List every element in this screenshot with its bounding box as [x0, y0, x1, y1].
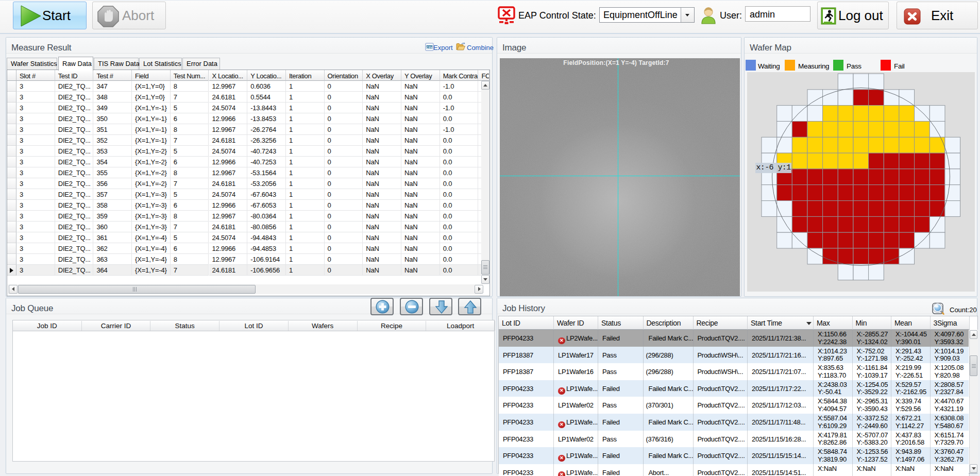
- svg-text:CSV: CSV: [426, 46, 432, 49]
